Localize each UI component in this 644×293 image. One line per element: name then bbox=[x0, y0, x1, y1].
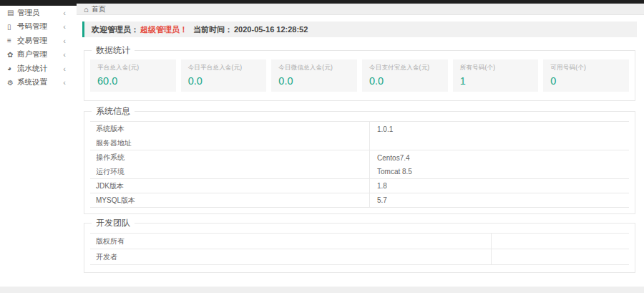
table-row: 版权所有 bbox=[90, 234, 629, 249]
row-value: 1.8 bbox=[369, 179, 629, 193]
system-info-table: 系统版本 1.0.1 服务器地址 操作系统 Centos7.4 运行环境 Tom… bbox=[90, 121, 629, 208]
sidebar-item-label: 交易管理 bbox=[17, 36, 47, 46]
table-row: 系统版本 1.0.1 bbox=[90, 122, 629, 136]
sidebar-item-label: 商户管理 bbox=[17, 49, 47, 59]
breadcrumb-home-link[interactable]: 首页 bbox=[92, 4, 106, 14]
table-row: JDK版本 1.8 bbox=[90, 179, 629, 193]
stat-label: 平台总入金(元) bbox=[97, 64, 176, 72]
sidebar-item-system-settings[interactable]: ⚙ 系统设置 ‹ bbox=[0, 76, 77, 90]
sidebar-item-merchant-management[interactable]: ✿ 商户管理 ‹ bbox=[0, 48, 77, 62]
row-label: 版权所有 bbox=[90, 234, 491, 249]
sidebar-item-number-management[interactable]: ▯ 号码管理 ‹ bbox=[0, 20, 77, 34]
row-value bbox=[491, 234, 629, 249]
chevron-left-icon: ‹ bbox=[63, 9, 66, 17]
stat-label: 所有号码(个) bbox=[460, 64, 539, 72]
list-icon: ≡ bbox=[7, 37, 17, 44]
stat-card: 平台总入金(元) 60.0 bbox=[90, 59, 176, 92]
stat-cards: 平台总入金(元) 60.0 今日平台总入金(元) 0.0 今日微信总入金(元) … bbox=[90, 59, 629, 92]
footer-strip bbox=[0, 287, 644, 293]
stat-label: 今日支付宝总入金(元) bbox=[369, 64, 448, 72]
stat-card: 所有号码(个) 1 bbox=[453, 59, 539, 92]
pie-chart-icon: ◕ bbox=[7, 64, 17, 72]
section-title: 开发团队 bbox=[92, 218, 135, 228]
sidebar-item-label: 系统设置 bbox=[17, 77, 47, 87]
row-label: 操作系统 bbox=[90, 150, 369, 165]
chevron-left-icon: ‹ bbox=[63, 50, 66, 59]
current-time-label: 当前时间： bbox=[193, 24, 233, 35]
row-value: Centos7.4 bbox=[369, 150, 629, 165]
stat-card: 今日支付宝总入金(元) 0.0 bbox=[362, 59, 448, 92]
chevron-left-icon: ‹ bbox=[63, 64, 66, 73]
table-row: 开发者 bbox=[90, 249, 629, 265]
stat-card: 今日微信总入金(元) 0.0 bbox=[271, 59, 357, 92]
row-value bbox=[491, 249, 629, 264]
home-icon: ⌂ bbox=[84, 5, 89, 14]
sidebar-top-bar bbox=[0, 0, 77, 6]
current-time-value: 2020-05-16 12:28:52 bbox=[234, 25, 308, 34]
gear-icon: ⚙ bbox=[7, 79, 17, 87]
admin-name: 超级管理员！ bbox=[140, 24, 187, 35]
flower-icon: ✿ bbox=[7, 51, 17, 59]
phone-icon: ▯ bbox=[7, 23, 17, 31]
table-row: 运行环境 Tomcat 8.5 bbox=[90, 165, 629, 179]
row-value: 5.7 bbox=[369, 193, 629, 207]
row-value: Tomcat 8.5 bbox=[369, 165, 629, 178]
welcome-prefix: 欢迎管理员： bbox=[92, 24, 139, 35]
row-label: MYSQL版本 bbox=[90, 193, 369, 207]
stat-card: 今日平台总入金(元) 0.0 bbox=[181, 59, 267, 92]
sidebar-item-label: 流水统计 bbox=[17, 64, 47, 74]
card-icon: ▤ bbox=[7, 9, 17, 16]
chevron-left-icon: ‹ bbox=[63, 22, 66, 31]
table-row: 服务器地址 bbox=[90, 136, 629, 150]
system-info-section: 系统信息 系统版本 1.0.1 服务器地址 操作系统 Centos7.4 运行环… bbox=[84, 111, 635, 214]
row-value: 1.0.1 bbox=[369, 122, 629, 136]
chevron-left-icon: ‹ bbox=[63, 37, 66, 45]
sidebar-item-transaction-management[interactable]: ≡ 交易管理 ‹ bbox=[0, 34, 77, 48]
data-statistics-section: 数据统计 平台总入金(元) 60.0 今日平台总入金(元) 0.0 今日微信总入… bbox=[84, 50, 635, 101]
row-label: JDK版本 bbox=[90, 179, 369, 193]
row-value bbox=[369, 136, 629, 150]
sidebar-item-admins[interactable]: ▤ 管理员 ‹ bbox=[0, 6, 77, 20]
chevron-left-icon: ‹ bbox=[63, 78, 66, 87]
breadcrumb: ⌂ 首页 bbox=[77, 4, 644, 15]
row-label: 系统版本 bbox=[90, 122, 369, 136]
section-title: 系统信息 bbox=[92, 106, 135, 116]
stat-value: 0 bbox=[550, 75, 629, 87]
section-title: 数据统计 bbox=[92, 45, 135, 55]
dev-team-table: 版权所有 开发者 bbox=[90, 233, 629, 265]
admin-dashboard: ▤ 管理员 ‹ ▯ 号码管理 ‹ ≡ 交易管理 ‹ ✿ 商户管理 ‹ ◕ 流水统… bbox=[0, 0, 644, 293]
row-label: 开发者 bbox=[90, 249, 491, 264]
stat-value: 60.0 bbox=[97, 75, 176, 87]
row-label: 服务器地址 bbox=[90, 136, 369, 150]
stat-card: 可用号码(个) 0 bbox=[543, 59, 629, 92]
stat-label: 今日平台总入金(元) bbox=[188, 64, 267, 72]
sidebar: ▤ 管理员 ‹ ▯ 号码管理 ‹ ≡ 交易管理 ‹ ✿ 商户管理 ‹ ◕ 流水统… bbox=[0, 0, 77, 293]
stat-label: 今日微信总入金(元) bbox=[278, 64, 357, 72]
sidebar-item-label: 管理员 bbox=[17, 8, 40, 18]
table-row: MYSQL版本 5.7 bbox=[90, 193, 629, 208]
sidebar-item-flow-statistics[interactable]: ◕ 流水统计 ‹ bbox=[0, 62, 77, 76]
sidebar-item-label: 号码管理 bbox=[17, 21, 47, 32]
welcome-banner: 欢迎管理员： 超级管理员！ 当前时间： 2020-05-16 12:28:52 bbox=[82, 21, 637, 37]
stat-label: 可用号码(个) bbox=[550, 64, 629, 72]
main-content: ⌂ 首页 欢迎管理员： 超级管理员！ 当前时间： 2020-05-16 12:2… bbox=[77, 0, 644, 293]
dev-team-section: 开发团队 版权所有 开发者 bbox=[84, 223, 635, 273]
table-row: 操作系统 Centos7.4 bbox=[90, 150, 629, 165]
stat-value: 1 bbox=[460, 75, 539, 87]
row-label: 运行环境 bbox=[90, 165, 369, 178]
stat-value: 0.0 bbox=[278, 75, 357, 87]
stat-value: 0.0 bbox=[369, 75, 448, 87]
stat-value: 0.0 bbox=[188, 75, 267, 87]
